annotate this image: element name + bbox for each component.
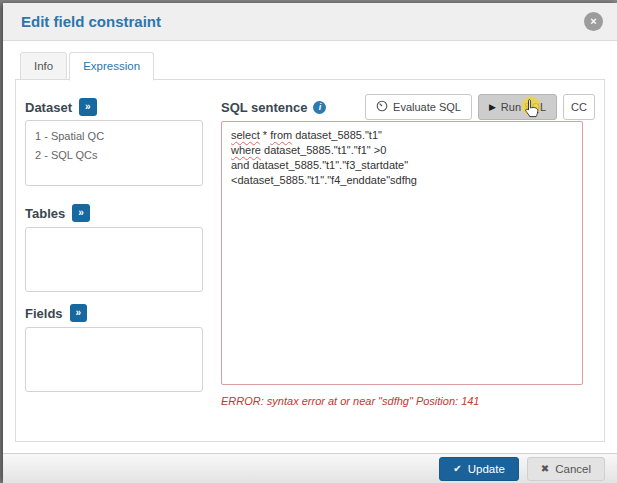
run-sql-button[interactable]: ▶ Run SQL	[478, 94, 557, 120]
list-item[interactable]: 1 - Spatial QC	[35, 127, 193, 146]
dataset-list[interactable]: 1 - Spatial QC2 - SQL QCs	[25, 120, 203, 186]
update-button[interactable]: ✔ Update	[439, 457, 518, 481]
tables-list[interactable]	[25, 227, 203, 292]
fields-section-label: Fields »	[25, 304, 87, 322]
sql-toolbar: Evaluate SQL ▶ Run SQL CC	[365, 94, 595, 120]
evaluate-sql-label: Evaluate SQL	[393, 101, 461, 113]
tab-expression[interactable]: Expression	[69, 52, 154, 81]
evaluate-sql-button[interactable]: Evaluate SQL	[365, 94, 472, 120]
gauge-icon	[376, 100, 388, 114]
x-icon: ✖	[541, 463, 549, 474]
info-icon[interactable]: i	[313, 101, 326, 114]
edit-field-constraint-dialog: Edit field constraint × Info Expression …	[3, 3, 617, 483]
fields-list[interactable]	[25, 327, 203, 392]
dataset-label: Dataset	[25, 100, 72, 115]
sql-sentence-header: SQL sentence i	[221, 100, 326, 115]
cc-button[interactable]: CC	[563, 94, 595, 120]
expression-tab-panel: Dataset » 1 - Spatial QC2 - SQL QCs Tabl…	[15, 79, 605, 442]
sql-textarea[interactable]: select * from dataset_5885."t1"where dat…	[221, 121, 583, 385]
tables-section-label: Tables »	[25, 204, 90, 222]
check-icon: ✔	[453, 463, 461, 474]
run-sql-label: Run SQL	[501, 101, 546, 113]
update-label: Update	[468, 463, 505, 475]
dataset-expand-button[interactable]: »	[79, 98, 97, 116]
dialog-header: Edit field constraint ×	[3, 3, 617, 41]
tab-bar: Info Expression	[20, 52, 156, 80]
list-item[interactable]: 2 - SQL QCs	[35, 146, 193, 165]
play-icon: ▶	[489, 102, 496, 112]
tab-info[interactable]: Info	[20, 52, 67, 80]
tables-label: Tables	[25, 206, 65, 221]
tables-expand-button[interactable]: »	[72, 204, 90, 222]
cancel-button[interactable]: ✖ Cancel	[527, 457, 605, 481]
dialog-title: Edit field constraint	[21, 13, 161, 30]
sql-error-message: ERROR: syntax error at or near "sdfhg" P…	[221, 395, 479, 407]
cc-label: CC	[571, 101, 587, 113]
fields-expand-button[interactable]: »	[70, 304, 88, 322]
sql-sentence-label: SQL sentence	[221, 100, 307, 115]
fields-label: Fields	[25, 306, 63, 321]
dataset-section-label: Dataset »	[25, 98, 97, 116]
close-icon[interactable]: ×	[584, 12, 603, 31]
dialog-footer: ✔ Update ✖ Cancel	[3, 453, 617, 483]
cancel-label: Cancel	[555, 463, 591, 475]
